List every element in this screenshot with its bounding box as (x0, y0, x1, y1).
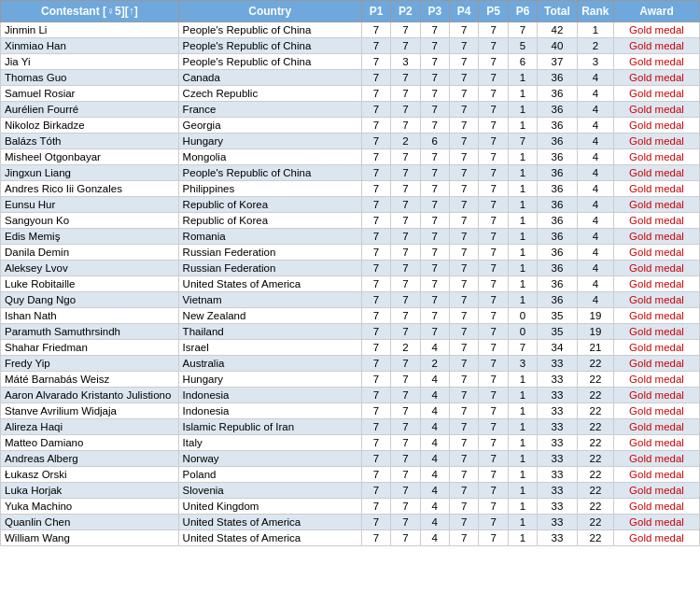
table-cell: 7 (479, 70, 508, 86)
table-cell: 22 (577, 451, 613, 467)
table-cell: 36 (538, 134, 578, 149)
table-cell: 1 (508, 403, 537, 419)
table-cell: Jingxun Liang (1, 165, 179, 181)
table-cell: Israel (178, 340, 361, 356)
table-cell: 7 (479, 213, 508, 229)
table-cell: 7 (450, 483, 479, 499)
table-cell: 7 (479, 197, 508, 213)
table-cell: 1 (508, 197, 537, 213)
table-cell: 2 (391, 134, 420, 149)
table-cell: 7 (361, 530, 390, 546)
table-cell: 7 (391, 467, 420, 483)
table-cell: Gold medal (614, 54, 700, 70)
table-cell: United States of America (178, 276, 361, 292)
table-cell: Gold medal (614, 22, 700, 38)
table-cell: Edis Memiş (1, 229, 179, 245)
table-cell: 7 (479, 292, 508, 308)
table-cell: 7 (361, 102, 390, 118)
table-cell: 1 (508, 86, 537, 102)
table-cell: 7 (391, 451, 420, 467)
table-cell: 7 (479, 388, 508, 403)
table-cell: Luke Robitaille (1, 276, 179, 292)
table-cell: 7 (391, 292, 420, 308)
table-cell: 7 (479, 403, 508, 419)
table-cell: 36 (538, 86, 578, 102)
table-row: Misheel OtgonbayarMongolia777771364Gold … (1, 149, 700, 165)
table-cell: United States of America (178, 515, 361, 530)
header-total: Total (538, 1, 578, 22)
table-cell: Republic of Korea (178, 213, 361, 229)
table-cell: France (178, 102, 361, 118)
table-cell: Gold medal (614, 118, 700, 134)
table-cell: Shahar Friedman (1, 340, 179, 356)
header-p4: P4 (450, 1, 479, 22)
table-cell: 35 (538, 324, 578, 340)
table-cell: 1 (508, 451, 537, 467)
table-cell: 4 (577, 118, 613, 134)
table-cell: William Wang (1, 530, 179, 546)
table-cell: 7 (361, 388, 390, 403)
table-cell: 7 (479, 229, 508, 245)
table-cell: 33 (538, 467, 578, 483)
table-cell: Aleksey Lvov (1, 261, 179, 276)
table-cell: 7 (450, 340, 479, 356)
table-cell: 7 (479, 324, 508, 340)
table-cell: 1 (508, 165, 537, 181)
header-p6: P6 (508, 1, 537, 22)
table-cell: Gold medal (614, 276, 700, 292)
table-cell: 7 (361, 149, 390, 165)
table-cell: 33 (538, 403, 578, 419)
table-cell: 1 (508, 530, 537, 546)
table-cell: 21 (577, 340, 613, 356)
table-cell: 7 (361, 86, 390, 102)
table-cell: Norway (178, 451, 361, 467)
table-row: Fredy YipAustralia7727733322Gold medal (1, 356, 700, 372)
table-cell: Eunsu Hur (1, 197, 179, 213)
table-cell: 22 (577, 530, 613, 546)
table-cell: 22 (577, 435, 613, 451)
table-cell: 7 (479, 530, 508, 546)
table-cell: 7 (361, 70, 390, 86)
table-row: Andreas AlbergNorway7747713322Gold medal (1, 451, 700, 467)
table-cell: 7 (361, 403, 390, 419)
table-cell: 2 (420, 356, 449, 372)
table-cell: 36 (538, 245, 578, 261)
table-cell: 7 (450, 22, 479, 38)
table-cell: 7 (391, 22, 420, 38)
table-cell: 7 (479, 451, 508, 467)
table-cell: 1 (508, 245, 537, 261)
table-row: Edis MemişRomania777771364Gold medal (1, 229, 700, 245)
table-cell: Poland (178, 467, 361, 483)
table-cell: 33 (538, 530, 578, 546)
table-cell: 7 (479, 356, 508, 372)
table-cell: 4 (577, 292, 613, 308)
table-cell: Jia Yi (1, 54, 179, 70)
table-cell: 7 (450, 261, 479, 276)
table-cell: 7 (479, 86, 508, 102)
table-cell: Hungary (178, 372, 361, 388)
table-cell: 7 (450, 38, 479, 54)
table-cell: 7 (391, 181, 420, 197)
table-cell: 7 (479, 499, 508, 515)
table-cell: 3 (577, 54, 613, 70)
table-row: Eunsu HurRepublic of Korea777771364Gold … (1, 197, 700, 213)
table-cell: Slovenia (178, 483, 361, 499)
table-cell: Russian Federation (178, 261, 361, 276)
table-cell: 7 (508, 134, 537, 149)
table-cell: 19 (577, 324, 613, 340)
table-row: Jia YiPeople's Republic of China73777637… (1, 54, 700, 70)
table-cell: 7 (391, 530, 420, 546)
table-cell: 7 (391, 308, 420, 324)
table-cell: 1 (508, 102, 537, 118)
table-cell: 7 (361, 324, 390, 340)
table-cell: Luka Horjak (1, 483, 179, 499)
table-cell: 36 (538, 70, 578, 86)
table-cell: 7 (361, 134, 390, 149)
table-cell: 7 (420, 149, 449, 165)
table-cell: 33 (538, 388, 578, 403)
table-cell: New Zealand (178, 308, 361, 324)
table-cell: 35 (538, 308, 578, 324)
table-cell: Gold medal (614, 86, 700, 102)
table-cell: 4 (577, 181, 613, 197)
table-row: Andres Rico Iii GonzalesPhilippines77777… (1, 181, 700, 197)
